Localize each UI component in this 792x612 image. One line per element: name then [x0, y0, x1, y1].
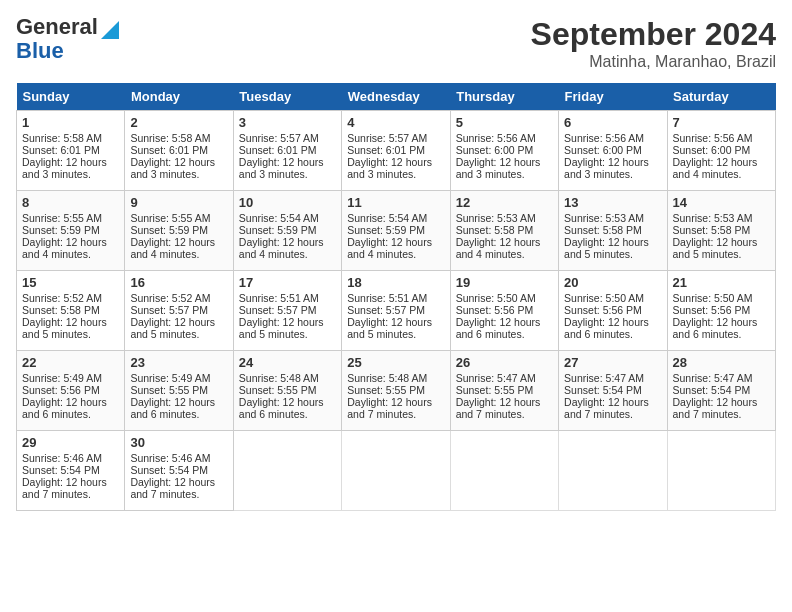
- sunset-label: Sunset: 5:55 PM: [130, 384, 208, 396]
- daylight-label: Daylight: 12 hours and 6 minutes.: [564, 316, 649, 340]
- sunset-label: Sunset: 6:00 PM: [564, 144, 642, 156]
- day-number: 15: [22, 275, 119, 290]
- calendar-week-5: 29 Sunrise: 5:46 AM Sunset: 5:54 PM Dayl…: [17, 431, 776, 511]
- sunrise-label: Sunrise: 5:56 AM: [564, 132, 644, 144]
- calendar-cell: 7 Sunrise: 5:56 AM Sunset: 6:00 PM Dayli…: [667, 111, 775, 191]
- sunset-label: Sunset: 5:55 PM: [239, 384, 317, 396]
- sunset-label: Sunset: 5:57 PM: [130, 304, 208, 316]
- day-number: 21: [673, 275, 770, 290]
- day-number: 17: [239, 275, 336, 290]
- sunset-label: Sunset: 5:54 PM: [22, 464, 100, 476]
- calendar-cell: [559, 431, 667, 511]
- calendar-cell: 5 Sunrise: 5:56 AM Sunset: 6:00 PM Dayli…: [450, 111, 558, 191]
- sunset-label: Sunset: 6:01 PM: [22, 144, 100, 156]
- sunset-label: Sunset: 5:59 PM: [22, 224, 100, 236]
- day-number: 28: [673, 355, 770, 370]
- sunrise-label: Sunrise: 5:49 AM: [130, 372, 210, 384]
- day-number: 26: [456, 355, 553, 370]
- sunrise-label: Sunrise: 5:57 AM: [347, 132, 427, 144]
- sunset-label: Sunset: 5:55 PM: [347, 384, 425, 396]
- sunrise-label: Sunrise: 5:54 AM: [239, 212, 319, 224]
- day-number: 19: [456, 275, 553, 290]
- day-number: 27: [564, 355, 661, 370]
- sunrise-label: Sunrise: 5:56 AM: [673, 132, 753, 144]
- calendar-cell: 28 Sunrise: 5:47 AM Sunset: 5:54 PM Dayl…: [667, 351, 775, 431]
- day-header-monday: Monday: [125, 83, 233, 111]
- day-number: 1: [22, 115, 119, 130]
- sunrise-label: Sunrise: 5:57 AM: [239, 132, 319, 144]
- sunset-label: Sunset: 6:00 PM: [456, 144, 534, 156]
- sunrise-label: Sunrise: 5:51 AM: [347, 292, 427, 304]
- daylight-label: Daylight: 12 hours and 4 minutes.: [22, 236, 107, 260]
- daylight-label: Daylight: 12 hours and 4 minutes.: [456, 236, 541, 260]
- sunrise-label: Sunrise: 5:48 AM: [239, 372, 319, 384]
- daylight-label: Daylight: 12 hours and 3 minutes.: [22, 156, 107, 180]
- daylight-label: Daylight: 12 hours and 6 minutes.: [22, 396, 107, 420]
- sunset-label: Sunset: 5:57 PM: [347, 304, 425, 316]
- calendar-cell: 9 Sunrise: 5:55 AM Sunset: 5:59 PM Dayli…: [125, 191, 233, 271]
- day-number: 14: [673, 195, 770, 210]
- sunrise-label: Sunrise: 5:53 AM: [456, 212, 536, 224]
- calendar-cell: 25 Sunrise: 5:48 AM Sunset: 5:55 PM Dayl…: [342, 351, 450, 431]
- sunset-label: Sunset: 5:54 PM: [564, 384, 642, 396]
- daylight-label: Daylight: 12 hours and 7 minutes.: [673, 396, 758, 420]
- daylight-label: Daylight: 12 hours and 5 minutes.: [22, 316, 107, 340]
- day-number: 24: [239, 355, 336, 370]
- sunrise-label: Sunrise: 5:50 AM: [673, 292, 753, 304]
- sunrise-label: Sunrise: 5:46 AM: [130, 452, 210, 464]
- daylight-label: Daylight: 12 hours and 4 minutes.: [347, 236, 432, 260]
- sunrise-label: Sunrise: 5:53 AM: [673, 212, 753, 224]
- calendar-cell: 14 Sunrise: 5:53 AM Sunset: 5:58 PM Dayl…: [667, 191, 775, 271]
- day-number: 23: [130, 355, 227, 370]
- sunset-label: Sunset: 6:01 PM: [130, 144, 208, 156]
- sunrise-label: Sunrise: 5:50 AM: [564, 292, 644, 304]
- calendar-cell: 23 Sunrise: 5:49 AM Sunset: 5:55 PM Dayl…: [125, 351, 233, 431]
- calendar-cell: [342, 431, 450, 511]
- day-number: 30: [130, 435, 227, 450]
- daylight-label: Daylight: 12 hours and 6 minutes.: [130, 396, 215, 420]
- sunset-label: Sunset: 5:58 PM: [22, 304, 100, 316]
- calendar-cell: 26 Sunrise: 5:47 AM Sunset: 5:55 PM Dayl…: [450, 351, 558, 431]
- daylight-label: Daylight: 12 hours and 6 minutes.: [456, 316, 541, 340]
- daylight-label: Daylight: 12 hours and 5 minutes.: [239, 316, 324, 340]
- day-number: 3: [239, 115, 336, 130]
- calendar-cell: 2 Sunrise: 5:58 AM Sunset: 6:01 PM Dayli…: [125, 111, 233, 191]
- calendar-cell: 6 Sunrise: 5:56 AM Sunset: 6:00 PM Dayli…: [559, 111, 667, 191]
- day-number: 22: [22, 355, 119, 370]
- logo-blue: Blue: [16, 39, 64, 63]
- daylight-label: Daylight: 12 hours and 7 minutes.: [130, 476, 215, 500]
- calendar-week-2: 8 Sunrise: 5:55 AM Sunset: 5:59 PM Dayli…: [17, 191, 776, 271]
- day-number: 9: [130, 195, 227, 210]
- sunrise-label: Sunrise: 5:58 AM: [22, 132, 102, 144]
- daylight-label: Daylight: 12 hours and 3 minutes.: [130, 156, 215, 180]
- calendar-cell: 17 Sunrise: 5:51 AM Sunset: 5:57 PM Dayl…: [233, 271, 341, 351]
- sunrise-label: Sunrise: 5:58 AM: [130, 132, 210, 144]
- sunrise-label: Sunrise: 5:47 AM: [456, 372, 536, 384]
- sunset-label: Sunset: 5:56 PM: [456, 304, 534, 316]
- calendar-cell: [233, 431, 341, 511]
- daylight-label: Daylight: 12 hours and 7 minutes.: [22, 476, 107, 500]
- header: General Blue September 2024 Matinha, Mar…: [16, 16, 776, 71]
- day-number: 11: [347, 195, 444, 210]
- daylight-label: Daylight: 12 hours and 6 minutes.: [239, 396, 324, 420]
- sunset-label: Sunset: 5:57 PM: [239, 304, 317, 316]
- daylight-label: Daylight: 12 hours and 4 minutes.: [673, 156, 758, 180]
- sunset-label: Sunset: 5:55 PM: [456, 384, 534, 396]
- day-number: 7: [673, 115, 770, 130]
- daylight-label: Daylight: 12 hours and 3 minutes.: [456, 156, 541, 180]
- calendar-cell: 15 Sunrise: 5:52 AM Sunset: 5:58 PM Dayl…: [17, 271, 125, 351]
- day-header-tuesday: Tuesday: [233, 83, 341, 111]
- day-header-saturday: Saturday: [667, 83, 775, 111]
- day-number: 20: [564, 275, 661, 290]
- sunset-label: Sunset: 5:54 PM: [130, 464, 208, 476]
- calendar-cell: 11 Sunrise: 5:54 AM Sunset: 5:59 PM Dayl…: [342, 191, 450, 271]
- calendar-cell: 27 Sunrise: 5:47 AM Sunset: 5:54 PM Dayl…: [559, 351, 667, 431]
- location: Matinha, Maranhao, Brazil: [531, 53, 776, 71]
- logo-text: General: [16, 16, 119, 39]
- daylight-label: Daylight: 12 hours and 5 minutes.: [673, 236, 758, 260]
- daylight-label: Daylight: 12 hours and 6 minutes.: [673, 316, 758, 340]
- sunrise-label: Sunrise: 5:55 AM: [22, 212, 102, 224]
- daylight-label: Daylight: 12 hours and 7 minutes.: [347, 396, 432, 420]
- daylight-label: Daylight: 12 hours and 4 minutes.: [239, 236, 324, 260]
- sunset-label: Sunset: 6:01 PM: [347, 144, 425, 156]
